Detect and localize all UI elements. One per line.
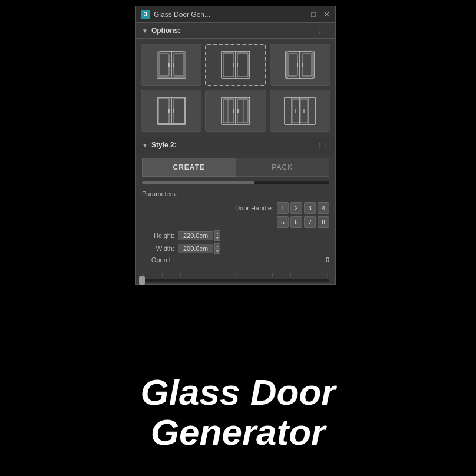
door-options-grid [136, 39, 335, 137]
watermark-line2: Generator [0, 412, 476, 452]
door-option-5[interactable] [205, 90, 266, 132]
height-row: Height: 220.0cm ▲ ▼ [142, 230, 329, 241]
door-handle-row2: 5 6 7 8 [142, 216, 329, 228]
watermark: Glass Door Generator [0, 372, 476, 452]
slider-area: | | | | | | | | | | | [136, 269, 335, 284]
svg-rect-11 [223, 53, 234, 77]
svg-rect-5 [183, 51, 186, 78]
door-option-2[interactable] [205, 44, 266, 86]
tick-mark: | [327, 272, 328, 277]
svg-rect-37 [237, 99, 248, 123]
minimize-button[interactable]: — [296, 11, 305, 18]
door-option-6[interactable] [270, 90, 330, 132]
door-option-3[interactable] [270, 44, 330, 86]
options-section-header[interactable]: ▼ Options: ⋮⋮ [136, 23, 335, 39]
door-option-4[interactable] [141, 90, 201, 132]
svg-rect-2 [160, 54, 169, 76]
style-collapse-arrow: ▼ [142, 142, 148, 148]
svg-rect-12 [237, 53, 248, 77]
handle-btn-2[interactable]: 2 [290, 202, 302, 214]
open-value: 0 [326, 256, 329, 263]
width-up-btn[interactable]: ▲ [214, 243, 220, 249]
handle-btn-1[interactable]: 1 [277, 202, 289, 214]
handle-btn-5[interactable]: 5 [277, 216, 289, 228]
width-value[interactable]: 200.0cm [178, 244, 213, 253]
svg-rect-28 [174, 98, 184, 123]
svg-rect-17 [288, 54, 298, 76]
tick-mark: | [161, 272, 163, 277]
tick-mark: | [235, 272, 236, 277]
height-spinner: ▲ ▼ [214, 230, 220, 241]
app-window: 3 Glass Door Gen... — □ ✕ ▼ Options: ⋮⋮ [135, 6, 336, 285]
progress-bar-background [142, 181, 329, 184]
slider-ticks: | | | | | | | | | | | [142, 272, 329, 277]
width-down-btn[interactable]: ▼ [214, 249, 220, 254]
slider-thumb[interactable] [139, 276, 145, 285]
titlebar: 3 Glass Door Gen... — □ ✕ [136, 6, 335, 23]
tick-mark: | [180, 272, 181, 277]
svg-rect-4 [157, 51, 160, 78]
svg-rect-22 [312, 51, 314, 78]
style-section-header[interactable]: ▼ Style 2: ⋮⋮ [136, 137, 335, 153]
tick-mark: | [272, 272, 273, 277]
app-icon: 3 [141, 10, 150, 19]
height-down-btn[interactable]: ▼ [214, 236, 220, 241]
handle-btn-4[interactable]: 4 [318, 202, 329, 214]
svg-rect-30 [184, 97, 186, 124]
handle-btn-group-2: 5 6 7 8 [277, 216, 329, 228]
window-title: Glass Door Gen... [154, 11, 293, 19]
options-label: Options: [151, 27, 180, 35]
svg-rect-18 [302, 54, 312, 76]
svg-rect-27 [158, 98, 169, 123]
svg-rect-36 [223, 99, 234, 123]
handle-btn-3[interactable]: 3 [304, 202, 316, 214]
progress-bar-area [136, 181, 335, 187]
svg-rect-21 [286, 51, 288, 78]
door-handle-label: Door Handle: [235, 204, 273, 211]
width-spinner: ▲ ▼ [214, 243, 220, 254]
handle-btn-7[interactable]: 7 [304, 216, 316, 228]
door-option-1[interactable] [141, 44, 201, 86]
params-label: Parameters: [142, 190, 329, 197]
style-dots: ⋮⋮ [316, 142, 329, 148]
tick-mark: | [253, 272, 254, 277]
options-collapse-arrow: ▼ [142, 28, 148, 34]
tick-mark: | [309, 272, 310, 277]
pack-button[interactable]: PACK [236, 158, 330, 177]
tick-mark: | [217, 272, 218, 277]
height-up-btn[interactable]: ▲ [214, 230, 220, 236]
handle-btn-group-1: 1 2 3 4 [277, 202, 329, 214]
open-row: Open L: 0 [142, 256, 329, 263]
svg-rect-3 [174, 54, 183, 76]
tick-mark: | [290, 272, 292, 277]
handle-btn-6[interactable]: 6 [290, 216, 302, 228]
window-controls: — □ ✕ [296, 11, 330, 18]
progress-bar-fill [142, 181, 254, 184]
tick-mark: | [199, 272, 200, 277]
style-label: Style 2: [151, 141, 177, 149]
slider-track[interactable] [142, 279, 329, 282]
height-value[interactable]: 220.0cm [178, 231, 213, 240]
svg-rect-6 [157, 77, 186, 78]
svg-rect-29 [157, 97, 158, 124]
action-buttons: CREATE PACK [136, 153, 335, 181]
svg-rect-31 [157, 123, 186, 124]
close-button[interactable]: ✕ [322, 11, 330, 18]
width-row: Width: 200.0cm ▲ ▼ [142, 243, 329, 254]
width-label: Width: [142, 245, 174, 252]
open-label: Open L: [142, 256, 174, 263]
height-label: Height: [142, 232, 174, 239]
maximize-button[interactable]: □ [309, 11, 318, 18]
watermark-line1: Glass Door [0, 372, 476, 412]
handle-btn-8[interactable]: 8 [318, 216, 329, 228]
create-button[interactable]: CREATE [142, 158, 236, 177]
parameters-section: Parameters: Door Handle: 1 2 3 4 5 6 7 8… [136, 187, 335, 269]
door-handle-row1: Door Handle: 1 2 3 4 [142, 202, 329, 214]
options-dots: ⋮⋮ [316, 28, 329, 34]
